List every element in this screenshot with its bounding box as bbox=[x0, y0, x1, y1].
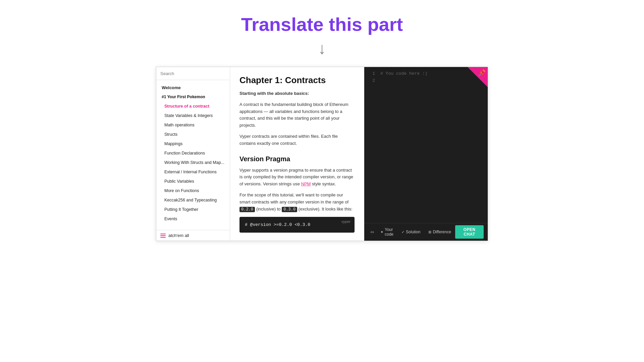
editor-bottom-left: ⇔ bbox=[368, 229, 376, 235]
editor-bottom-bar: ⇔ ✦ Your code ✓ Solution ⊞ Difference OP… bbox=[364, 223, 488, 241]
sidebar-item-first-pokemon[interactable]: #1 Your First Pokemon bbox=[156, 93, 230, 102]
sidebar-item-keccak[interactable]: Keccak256 and Typecasting bbox=[156, 195, 230, 205]
editor-code-comment: # You code here :) bbox=[380, 71, 427, 76]
editor-content[interactable]: 1 2 # You code here :) bbox=[364, 67, 488, 223]
open-chat-button[interactable]: OPEN CHAT bbox=[455, 225, 484, 239]
sidebar: Welcome #1 Your First Pokemon Structure … bbox=[156, 67, 230, 241]
search-input[interactable] bbox=[160, 71, 226, 76]
solution-icon: ✓ bbox=[401, 230, 405, 234]
editor-bottom-tabs: ✦ Your code ✓ Solution ⊞ Difference bbox=[376, 226, 455, 238]
intro-text: Starting with the absolute basics: bbox=[239, 90, 355, 97]
tab-your-code[interactable]: ✦ Your code bbox=[376, 226, 397, 238]
sidebar-item-events[interactable]: Events bbox=[156, 214, 230, 224]
sidebar-item-state-vars[interactable]: State Variables & Integers bbox=[156, 111, 230, 120]
tab-difference[interactable]: ⊞ Difference bbox=[424, 226, 455, 238]
sidebar-item-structs[interactable]: Structs bbox=[156, 130, 230, 139]
arrows-icon[interactable]: ⇔ bbox=[368, 229, 376, 235]
para2: Vyper contracts are contained within fil… bbox=[239, 133, 355, 147]
chapter-title: Chapter 1: Contracts bbox=[239, 75, 355, 85]
para1: A contract is the fundamental building b… bbox=[239, 101, 355, 129]
sidebar-item-more-functions[interactable]: More on Functions bbox=[156, 186, 230, 195]
editor-panel: 📌 1 2 # You code here :) ⇔ ✦ Your code ✓ bbox=[364, 67, 488, 241]
version-para2: For the scope of this tutorial, we'll wa… bbox=[239, 192, 355, 213]
sidebar-item-welcome[interactable]: Welcome bbox=[156, 83, 230, 93]
sidebar-item-function-decl[interactable]: Function Declarations bbox=[156, 148, 230, 158]
sidebar-item-math[interactable]: Math operations bbox=[156, 120, 230, 130]
inline-code-2: 0.3.0 bbox=[282, 207, 297, 212]
code-content: # @version >=0.2.0 <0.3.0 bbox=[245, 222, 349, 228]
content-panel: Chapter 1: Contracts Starting with the a… bbox=[230, 67, 364, 241]
code-block: vyper # @version >=0.2.0 <0.3.0 bbox=[239, 217, 355, 233]
your-code-icon: ✦ bbox=[380, 230, 383, 234]
sidebar-item-putting[interactable]: Putting It Together bbox=[156, 205, 230, 214]
pin-icon: 📌 bbox=[478, 69, 486, 76]
inline-code-1: 0.2.0 bbox=[239, 207, 255, 212]
code-lines: # You code here :) bbox=[380, 70, 484, 220]
line-numbers: 1 2 bbox=[368, 70, 375, 220]
tab-solution[interactable]: ✓ Solution bbox=[397, 226, 424, 238]
page-title: Translate this part bbox=[241, 13, 403, 35]
sidebar-nav: Welcome #1 Your First Pokemon Structure … bbox=[156, 80, 230, 230]
npm-link[interactable]: NPM bbox=[301, 181, 311, 186]
sidebar-item-public-vars[interactable]: Public Variables bbox=[156, 177, 230, 186]
app-container: Welcome #1 Your First Pokemon Structure … bbox=[156, 67, 488, 241]
menu-icon bbox=[160, 234, 166, 238]
search-box[interactable] bbox=[156, 67, 230, 80]
top-section: Translate this part ↓ bbox=[241, 0, 403, 67]
sidebar-item-ext-int[interactable]: External / Internal Functions bbox=[156, 167, 230, 177]
sidebar-item-structure[interactable]: Structure of a contract bbox=[156, 102, 230, 111]
sidebar-item-mappings[interactable]: Mappings bbox=[156, 139, 230, 148]
sidebar-bottom-label: atch'em all bbox=[168, 233, 189, 238]
version-pragma-title: Version Pragma bbox=[239, 155, 355, 163]
arrow-down-icon: ↓ bbox=[318, 41, 326, 57]
difference-icon: ⊞ bbox=[428, 230, 431, 234]
sidebar-bottom[interactable]: atch'em all bbox=[156, 230, 230, 241]
version-para1: Vyper supports a version pragma to ensur… bbox=[239, 167, 355, 188]
code-lang-label: vyper bbox=[341, 220, 351, 224]
sidebar-item-working-structs[interactable]: Working With Structs and Map... bbox=[156, 158, 230, 167]
